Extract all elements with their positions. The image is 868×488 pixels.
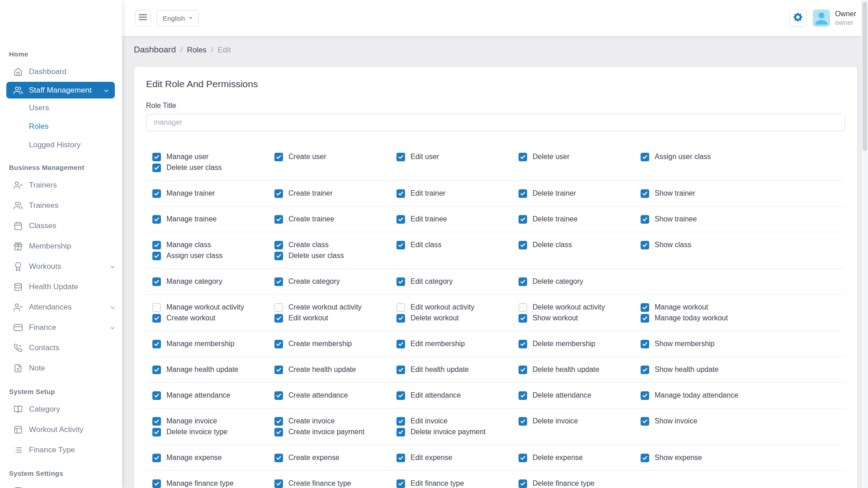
permission-delete-class[interactable]: Delete class [519,239,641,250]
checkbox-checked-icon[interactable] [396,391,405,400]
permission-delete-workout-activity[interactable]: Delete workout activity [519,302,641,313]
permission-manage-category[interactable]: Manage category [152,276,274,287]
checkbox-checked-icon[interactable] [641,241,649,249]
checkbox-checked-icon[interactable] [641,303,649,312]
permission-edit-class[interactable]: Edit class [396,239,519,250]
checkbox-checked-icon[interactable] [274,417,283,426]
checkbox-checked-icon[interactable] [396,417,405,426]
permission-create-invoice[interactable]: Create invoice [274,416,396,427]
avatar[interactable] [813,9,830,27]
sidebar-item-trainees[interactable]: Trainees [0,195,122,216]
permission-manage-workout[interactable]: Manage workout [641,302,763,313]
checkbox-checked-icon[interactable] [152,391,161,400]
checkbox-checked-icon[interactable] [396,340,405,348]
permission-delete-attendance[interactable]: Delete attendance [519,390,641,401]
user-info[interactable]: Owner owner [835,9,856,27]
checkbox-checked-icon[interactable] [274,366,283,374]
breadcrumb-item-roles[interactable]: Roles [187,46,206,55]
checkbox-checked-icon[interactable] [274,252,283,260]
checkbox-checked-icon[interactable] [274,277,283,286]
checkbox-checked-icon[interactable] [274,189,283,198]
checkbox-checked-icon[interactable] [152,340,161,348]
checkbox-checked-icon[interactable] [519,454,527,462]
sidebar-subitem-users[interactable]: Users [0,99,122,117]
permission-create-category[interactable]: Create category [274,276,396,287]
permission-manage-attendance[interactable]: Manage attendance [152,390,274,401]
role-title-input[interactable] [146,114,845,131]
scrollbar-thumb[interactable] [863,2,867,151]
checkbox-checked-icon[interactable] [641,153,649,161]
permission-manage-expense[interactable]: Manage expense [152,452,274,463]
permission-edit-invoice[interactable]: Edit invoice [396,416,519,427]
checkbox-checked-icon[interactable] [274,391,283,400]
checkbox-checked-icon[interactable] [519,391,527,400]
checkbox-checked-icon[interactable] [641,454,649,462]
permission-delete-category[interactable]: Delete category [519,276,641,287]
permission-show-trainer[interactable]: Show trainer [641,188,763,199]
checkbox-checked-icon[interactable] [519,215,527,224]
permission-create-membership[interactable]: Create membership [274,338,396,349]
sidebar-toggle-button[interactable] [135,10,151,26]
permission-create-expense[interactable]: Create expense [274,452,396,463]
permission-create-finance-type[interactable]: Create finance type [274,478,396,488]
checkbox-checked-icon[interactable] [396,479,405,488]
checkbox-checked-icon[interactable] [519,479,527,488]
checkbox-checked-icon[interactable] [396,215,405,224]
sidebar-subitem-logged-history[interactable]: Logged History [0,136,122,154]
checkbox-checked-icon[interactable] [396,189,405,198]
permission-manage-membership[interactable]: Manage membership [152,338,274,349]
permission-edit-workout[interactable]: Edit workout [274,313,396,324]
sidebar-item-staff-management[interactable]: Staff Management [6,82,115,99]
permission-create-attendance[interactable]: Create attendance [274,390,396,401]
checkbox-unchecked-icon[interactable] [396,303,405,312]
permission-delete-health-update[interactable]: Delete health update [519,364,641,375]
permission-delete-invoice-payment[interactable]: Delete invoice payment [396,427,519,437]
checkbox-checked-icon[interactable] [152,241,161,249]
checkbox-checked-icon[interactable] [274,314,283,323]
checkbox-checked-icon[interactable] [519,314,527,323]
permission-assign-user-class[interactable]: Assign user class [152,250,274,261]
permission-edit-workout-activity[interactable]: Edit workout activity [396,302,519,313]
sidebar-item-note[interactable]: Note [0,358,122,378]
permission-edit-health-update[interactable]: Edit health update [396,364,519,375]
checkbox-checked-icon[interactable] [396,314,405,323]
permission-edit-category[interactable]: Edit category [396,276,519,287]
permission-edit-trainee[interactable]: Edit trainee [396,214,519,225]
sidebar-item-classes[interactable]: Classes [0,216,122,236]
permission-delete-finance-type[interactable]: Delete finance type [519,478,641,488]
permission-manage-workout-activity[interactable]: Manage workout activity [152,302,274,313]
permission-show-health-update[interactable]: Show health update [641,364,763,375]
sidebar-item-dashboard[interactable]: Dashboard [0,61,122,82]
checkbox-checked-icon[interactable] [396,366,405,374]
sidebar-item-workout-activity[interactable]: Workout Activity [0,419,122,440]
permission-create-health-update[interactable]: Create health update [274,364,396,375]
permission-manage-health-update[interactable]: Manage health update [152,364,274,375]
checkbox-checked-icon[interactable] [641,366,649,374]
checkbox-checked-icon[interactable] [641,391,649,400]
sidebar-item-contacts[interactable]: Contacts [0,338,122,358]
permission-create-invoice-payment[interactable]: Create invoice payment [274,427,396,437]
permission-delete-user[interactable]: Delete user [519,151,641,162]
permission-edit-user[interactable]: Edit user [396,151,519,162]
permission-delete-user-class[interactable]: Delete user class [274,250,396,261]
checkbox-checked-icon[interactable] [519,241,527,249]
permission-manage-finance-type[interactable]: Manage finance type [152,478,274,488]
permission-manage-trainee[interactable]: Manage trainee [152,214,274,225]
sidebar-item-membership[interactable]: Membership [0,236,122,256]
permission-manage-class[interactable]: Manage class [152,239,274,250]
permission-show-trainee[interactable]: Show trainee [641,214,763,225]
checkbox-checked-icon[interactable] [396,454,405,462]
permission-create-user[interactable]: Create user [274,151,396,162]
permission-create-trainer[interactable]: Create trainer [274,188,396,199]
page-scrollbar[interactable] [861,0,868,488]
permission-delete-workout[interactable]: Delete workout [396,313,519,324]
permission-delete-membership[interactable]: Delete membership [519,338,641,349]
permission-show-expense[interactable]: Show expense [641,452,763,463]
checkbox-checked-icon[interactable] [641,417,649,426]
checkbox-checked-icon[interactable] [274,215,283,224]
checkbox-checked-icon[interactable] [274,340,283,348]
checkbox-checked-icon[interactable] [519,277,527,286]
sidebar-item-finance-type[interactable]: Finance Type [0,440,122,460]
checkbox-checked-icon[interactable] [274,454,283,462]
permission-show-membership[interactable]: Show membership [641,338,763,349]
